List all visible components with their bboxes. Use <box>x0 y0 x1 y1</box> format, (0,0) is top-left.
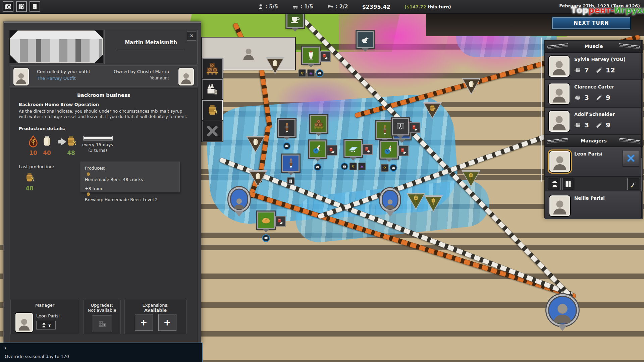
map-pin-goose[interactable] <box>357 31 374 48</box>
ledger-button[interactable] <box>30 1 40 12</box>
map-pin-ice[interactable] <box>344 140 362 157</box>
deal-icon[interactable] <box>398 145 409 156</box>
edit-route-button[interactable] <box>627 178 639 190</box>
bonus-line: +8 from:Brewing: Homemade Beer: Level 2 <box>85 186 175 203</box>
deliveries-stat[interactable]: : 2/2 <box>327 4 348 10</box>
upgrade-building-button <box>92 315 112 332</box>
member-portrait[interactable] <box>548 83 570 105</box>
last-production-amount: 48 <box>22 185 37 192</box>
last-production-label: Last production: <box>19 164 54 169</box>
map-pin-jar-white[interactable] <box>266 57 284 74</box>
map-pin-jar-white[interactable] <box>246 136 265 153</box>
assign-spy-button[interactable] <box>549 178 561 190</box>
deal-icon[interactable] <box>362 144 373 155</box>
owner-avatar[interactable] <box>178 67 195 86</box>
expansions-status: Available <box>125 308 186 313</box>
scrollbar-thumb[interactable] <box>641 158 642 191</box>
panel-ridge <box>4 22 201 25</box>
map-pin-bowling[interactable] <box>309 140 326 158</box>
muscle-member-row[interactable]: Sylvia Harvey (YOU) 712 <box>545 53 643 80</box>
deal-icon[interactable] <box>275 216 286 227</box>
hat-icon <box>358 163 366 170</box>
map-pin-wheat[interactable] <box>462 170 480 187</box>
map-scrollbar[interactable] <box>541 38 542 182</box>
muscle-member-row[interactable]: Clarence Carter 39 <box>545 80 643 108</box>
manager-portrait[interactable] <box>549 150 571 173</box>
input2-amount: 40 <box>40 149 54 156</box>
deal-icon[interactable] <box>410 122 420 133</box>
fists-value: 7 <box>584 66 589 74</box>
manager-actions-row <box>545 177 643 191</box>
ownership-row: Controlled by your outfit The Harvey Out… <box>10 65 198 87</box>
map-pin-wheat[interactable] <box>407 193 425 210</box>
controller-avatar[interactable] <box>13 67 30 86</box>
map-pin-brush[interactable] <box>376 121 393 139</box>
muscle-member-row[interactable]: Adolf Schneider 39 <box>545 108 643 135</box>
manager-portrait[interactable] <box>15 312 34 333</box>
deal-icon[interactable] <box>320 51 331 62</box>
remove-assignment-button[interactable] <box>623 150 639 167</box>
member-name: Clarence Carter <box>574 84 614 89</box>
expansions-box: Expansions: Available + + <box>124 300 186 334</box>
gem-icon <box>299 69 306 77</box>
manager-row-selected[interactable]: Leon Parisi <box>545 147 643 177</box>
map-search-button[interactable] <box>3 1 13 12</box>
business-header: Backroom business <box>10 93 197 98</box>
map-marker-boss[interactable] <box>546 294 579 326</box>
top-bar: : 5/5 : 1/5 : 2/2 $2395.42 ($147.72 this… <box>0 0 644 14</box>
map-pin-crates[interactable] <box>310 115 327 133</box>
malt-syrup-icon <box>26 134 41 149</box>
money-total[interactable]: $2395.42 <box>362 4 390 10</box>
manager-portrait[interactable] <box>549 195 571 217</box>
map-pin-bread[interactable] <box>257 212 275 229</box>
map-pin-pulley[interactable] <box>392 118 409 135</box>
cycle-duration: every 15 days <box>76 142 119 147</box>
deal-icon[interactable] <box>327 145 337 156</box>
member-portrait[interactable] <box>548 110 570 132</box>
cargo-tile-cross[interactable] <box>202 121 223 141</box>
manager-skill-badge[interactable]: ? <box>36 321 56 329</box>
agents-stat[interactable]: : 5/5 <box>258 4 278 10</box>
map-pin-brush[interactable] <box>282 155 300 172</box>
debug-console[interactable]: \ Override seasonal day to 170 <box>0 343 203 362</box>
map-marker-gangster[interactable] <box>380 188 400 212</box>
trucks-stat[interactable]: : 1/5 <box>292 4 313 10</box>
upgrades-title: Upgrades: <box>84 303 120 308</box>
map-pin-brush[interactable] <box>278 119 296 137</box>
add-expansion-button-2[interactable]: + <box>158 314 176 331</box>
hat-icon <box>307 69 315 77</box>
map-pin-jar-gold[interactable] <box>423 102 442 119</box>
envelope-icon <box>390 164 397 172</box>
map-pin-jar-white[interactable] <box>462 78 481 95</box>
operation-description: As the directions indicate, you should u… <box>19 109 188 120</box>
empty-crock-icon <box>40 134 54 149</box>
map-pin-shake[interactable] <box>302 47 320 64</box>
crew-panel-scrollbar[interactable] <box>641 41 642 218</box>
manager-row[interactable]: Nellie Parisi <box>545 191 643 219</box>
map-edit-button[interactable] <box>16 1 27 12</box>
map-pin-bowling[interactable] <box>380 141 398 159</box>
map-marker-leon-parisi[interactable] <box>228 187 250 212</box>
map-pin-wheat[interactable] <box>424 195 443 212</box>
controlled-outfit-link[interactable]: The Harvey Outfit <box>37 76 76 81</box>
building-panel: Martin Metalsmith ✕ Controlled by your o… <box>3 21 201 343</box>
member-portrait[interactable] <box>548 55 570 77</box>
input1-amount: 10 <box>26 149 41 156</box>
building-photo <box>10 31 103 63</box>
next-turn-button[interactable]: NEXT TURN <box>552 17 630 29</box>
cargo-tile-jar-gold[interactable] <box>202 100 223 121</box>
muscle-header: Muscle <box>545 41 643 53</box>
manager-box: Manager Leon Parisi ? <box>10 300 79 334</box>
map-pin-coffee[interactable] <box>286 13 304 28</box>
watermark: Торрент-Игруха.Орг <box>571 5 644 15</box>
cargo-tile-crates[interactable] <box>202 58 223 79</box>
agents-value: : 5/5 <box>265 4 278 10</box>
last-production-icon <box>23 172 36 184</box>
map-pin-jar-white[interactable] <box>249 170 267 187</box>
assign-building-button[interactable] <box>562 178 574 190</box>
cargo-tile-bottles[interactable] <box>202 79 223 100</box>
manager-name: Leon Parisi <box>574 151 602 157</box>
owned-label: Owned by Christel Martin <box>114 69 169 74</box>
close-button[interactable]: ✕ <box>187 31 196 41</box>
add-expansion-button-1[interactable]: + <box>135 314 153 331</box>
